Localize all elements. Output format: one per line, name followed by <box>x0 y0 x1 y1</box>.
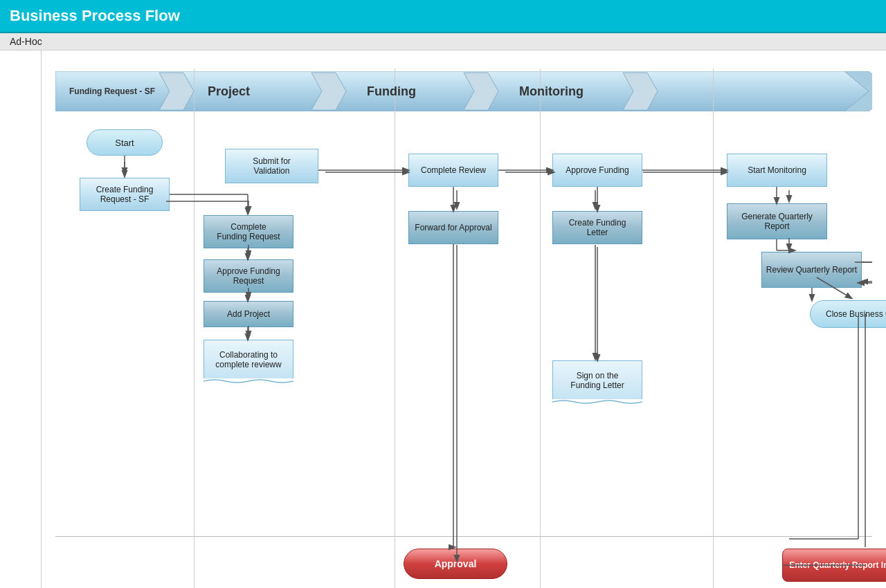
phase-project: Project <box>208 84 250 99</box>
svg-marker-5 <box>623 73 658 110</box>
svg-marker-4 <box>464 73 498 110</box>
left-sidebar <box>0 50 42 588</box>
node-create-funding-letter[interactable]: Create FundingLetter <box>552 211 642 244</box>
swimlane-line-2 <box>540 68 541 588</box>
swimlane-line-3 <box>713 68 714 588</box>
node-complete-review[interactable]: Complete Review <box>408 154 498 187</box>
swimlane-bottom-divider <box>55 536 872 537</box>
node-start-monitoring[interactable]: Start Monitoring <box>727 154 827 187</box>
page-title: Business Process Flow <box>10 7 180 24</box>
subtitle-text: Ad-Hoc <box>10 36 42 47</box>
node-approval[interactable]: Approval <box>404 549 507 579</box>
node-start[interactable]: Start <box>87 129 163 156</box>
phase-funding-request: Funding Request - SF <box>69 86 155 96</box>
extra-connectors <box>55 124 872 588</box>
connectors <box>55 124 872 588</box>
phase-funding: Funding <box>367 84 416 99</box>
title-bar: Business Process Flow <box>0 0 886 33</box>
node-collaborating[interactable]: Collaborating tocomplete revieww <box>204 340 293 378</box>
node-review-quarterly-report[interactable]: Review Quarterly Report <box>761 252 862 288</box>
node-enter-quarterly-report[interactable]: Enter Quarterly Report Info <box>782 549 886 582</box>
node-submit-for-validation[interactable]: Submit forValidation <box>225 149 318 183</box>
swimlane-line-0 <box>194 68 195 588</box>
svg-marker-2 <box>159 73 194 110</box>
svg-marker-3 <box>311 73 346 110</box>
wave-collaborating <box>204 378 293 387</box>
subtitle-bar: Ad-Hoc <box>0 33 886 50</box>
swimlane-line-1 <box>395 68 395 588</box>
node-complete-funding-request[interactable]: CompleteFunding Request <box>204 215 293 248</box>
wave-sign-funding <box>552 399 642 407</box>
phase-header: Funding Request - SF Project Funding Mon… <box>55 71 872 111</box>
node-sign-funding-letter[interactable]: Sign on theFunding Letter <box>552 360 642 399</box>
node-add-project[interactable]: Add Project <box>204 301 293 327</box>
node-create-funding-request[interactable]: Create FundingRequest - SF <box>80 178 170 211</box>
phase-monitoring: Monitoring <box>519 84 584 99</box>
node-approve-funding-request[interactable]: Approve FundingRequest <box>204 259 293 293</box>
node-forward-for-approval[interactable]: Forward for Approval <box>408 211 498 244</box>
node-close-business-case[interactable]: Close Business Case <box>810 300 886 328</box>
diagram-area: Funding Request - SF Project Funding Mon… <box>42 50 886 588</box>
node-generate-quarterly-report[interactable]: Generate QuarterlyReport <box>727 203 827 239</box>
node-approve-funding[interactable]: Approve Funding <box>552 154 642 187</box>
